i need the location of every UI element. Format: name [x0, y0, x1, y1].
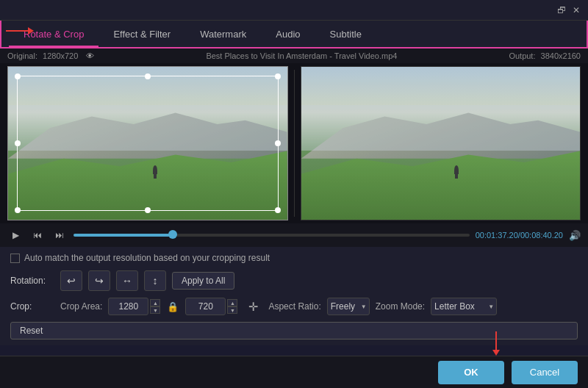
next-frame-button[interactable]: ⏭ [51, 227, 68, 243]
timeline-progress [74, 234, 173, 237]
tab-rotate-crop[interactable]: Rotate & Crop [9, 23, 98, 47]
auto-match-checkbox[interactable] [10, 254, 20, 263]
tab-effect-filter[interactable]: Effect & Filter [98, 23, 185, 47]
lock-icon[interactable]: 🔒 [166, 300, 179, 313]
crop-area-label: Crop Area: [60, 301, 102, 312]
apply-all-button[interactable]: Apply to All [172, 272, 234, 290]
tab-arrow-indicator [6, 27, 34, 35]
tab-subtitle[interactable]: Subtitle [315, 23, 376, 47]
close-button[interactable]: ✕ [570, 4, 582, 16]
video-panels [0, 63, 588, 223]
rotate-left-button[interactable]: ↩ [60, 270, 82, 291]
output-label: Output: 3840x2160 [509, 51, 581, 60]
crop-row: Crop: Crop Area: ▲ ▼ 🔒 ▲ ▼ ✛ Aspect Rati… [10, 297, 578, 316]
title-bar: 🗗 ✕ [0, 0, 588, 21]
timeline-track[interactable] [74, 234, 470, 237]
crop-label: Crop: [10, 301, 54, 312]
crop-height-input[interactable] [185, 298, 226, 315]
zoom-mode-select-wrapper: Letter Box Pan & Scan Full [431, 298, 497, 315]
aspect-ratio-select[interactable]: Freely 16:9 4:3 1:1 [327, 298, 370, 315]
zoom-mode-select[interactable]: Letter Box Pan & Scan Full [431, 298, 497, 315]
tab-audio[interactable]: Audio [261, 23, 315, 47]
crop-height-wrapper: ▲ ▼ [185, 298, 237, 315]
crop-width-input[interactable] [108, 298, 148, 315]
auto-match-label: Auto match the output resolution based o… [24, 253, 270, 263]
restore-button[interactable]: 🗗 [556, 4, 567, 16]
volume-icon[interactable]: 🔊 [569, 230, 581, 241]
cancel-button[interactable]: Cancel [512, 361, 578, 384]
file-name: Best Places to Visit In Amsterdam - Trav… [206, 51, 397, 60]
controls-area: Auto match the output resolution based o… [0, 247, 588, 345]
flip-v-button[interactable]: ↕ [144, 270, 166, 291]
tab-watermark[interactable]: Watermark [185, 23, 261, 47]
rotation-label: Rotation: [10, 276, 54, 286]
rotate-right-button[interactable]: ↪ [88, 270, 110, 291]
original-label: Original: 1280x720 👁 [7, 51, 94, 60]
crop-width-down[interactable]: ▼ [150, 306, 160, 314]
crop-width-wrapper: ▲ ▼ [108, 298, 160, 315]
prev-frame-button[interactable]: ⏮ [29, 227, 46, 243]
timeline-thumb[interactable] [168, 230, 177, 239]
aspect-ratio-label: Aspect Ratio: [268, 301, 320, 312]
crop-height-up[interactable]: ▲ [227, 299, 237, 306]
crop-height-spinners: ▲ ▼ [227, 299, 237, 314]
zoom-mode-label: Zoom Mode: [376, 301, 425, 312]
flip-h-button[interactable]: ↔ [116, 270, 138, 291]
video-panel-preview [301, 66, 581, 220]
bottom-bar: OK Cancel [0, 356, 588, 388]
crop-width-up[interactable]: ▲ [150, 299, 160, 306]
move-icon[interactable]: ✛ [243, 297, 262, 316]
aspect-ratio-select-wrapper: Freely 16:9 4:3 1:1 [327, 298, 370, 315]
ok-arrow-indicator [492, 331, 500, 356]
video-area: Original: 1280x720 👁 Best Places to Visi… [0, 48, 588, 247]
panel-divider [294, 70, 295, 217]
play-button[interactable]: ▶ [7, 227, 24, 243]
current-time: 00:01:37.20/00:08:40.20 [476, 231, 563, 240]
tab-bar: Rotate & Crop Effect & Filter Watermark … [0, 21, 588, 48]
timeline-bar: ▶ ⏮ ⏭ 00:01:37.20/00:08:40.20 🔊 [0, 223, 588, 247]
auto-match-row: Auto match the output resolution based o… [10, 253, 578, 263]
crop-height-down[interactable]: ▼ [227, 306, 237, 314]
video-info-bar: Original: 1280x720 👁 Best Places to Visi… [0, 48, 588, 63]
rotation-row: Rotation: ↩ ↪ ↔ ↕ Apply to All [10, 270, 578, 291]
crop-width-spinners: ▲ ▼ [150, 299, 160, 314]
video-panel-original [7, 66, 288, 220]
ok-button[interactable]: OK [438, 361, 504, 384]
